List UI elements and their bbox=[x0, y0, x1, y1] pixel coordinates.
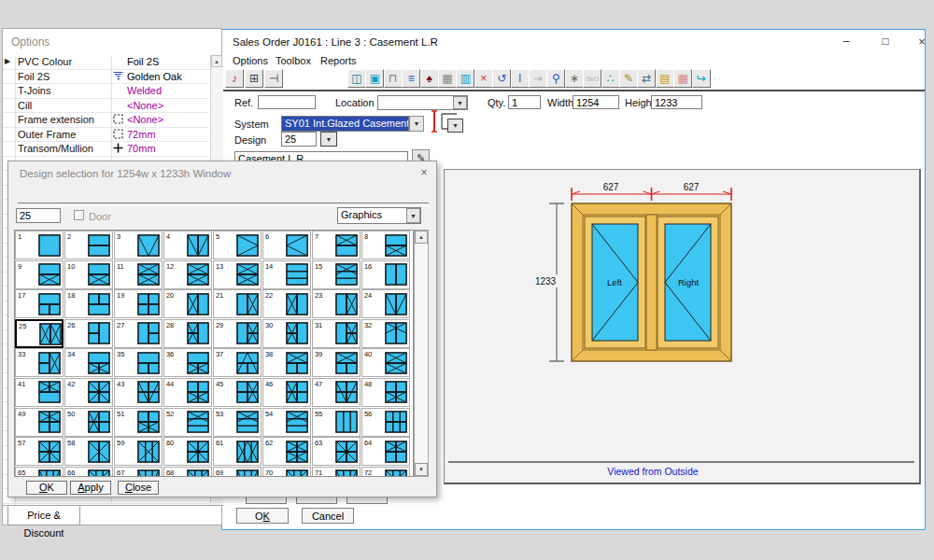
door-icon[interactable]: ⊣ bbox=[264, 69, 283, 88]
cube-icon[interactable]: ▣ bbox=[365, 69, 384, 88]
design-cell-69[interactable]: 69 bbox=[213, 467, 262, 477]
design-cell-18[interactable]: 18 bbox=[64, 289, 113, 318]
profile-dropdown-icon[interactable]: ▼ bbox=[447, 119, 463, 133]
property-row[interactable]: Foil 2SGolden Oak bbox=[3, 70, 209, 85]
design-cell-15[interactable]: 15 bbox=[312, 260, 361, 289]
view-mode-dropdown-icon[interactable]: ▼ bbox=[406, 208, 420, 223]
design-cell-16[interactable]: 16 bbox=[361, 260, 410, 289]
design-cell-8[interactable]: 8 bbox=[361, 231, 410, 259]
design-cell-7[interactable]: 7 bbox=[312, 231, 361, 259]
design-cell-29[interactable]: 29 bbox=[213, 319, 262, 348]
design-cell-31[interactable]: 31 bbox=[312, 319, 361, 348]
property-row[interactable]: Transom/Mullion70mm bbox=[3, 142, 209, 157]
design-cell-25[interactable]: 25 bbox=[15, 319, 64, 348]
dialog-close-button[interactable]: Close bbox=[118, 481, 159, 495]
property-value[interactable]: 72mm bbox=[127, 129, 156, 140]
design-cell-39[interactable]: 39 bbox=[312, 348, 361, 377]
tab-price-and-discount[interactable]: Price & Discount bbox=[7, 506, 80, 525]
design-cell-26[interactable]: 26 bbox=[64, 319, 113, 348]
design-cell-45[interactable]: 45 bbox=[213, 378, 262, 407]
window-profile-icon[interactable]: ◫ bbox=[347, 69, 366, 88]
design-cell-48[interactable]: 48 bbox=[361, 378, 410, 407]
property-value[interactable]: Welded bbox=[127, 85, 162, 96]
design-cell-71[interactable]: 71 bbox=[312, 467, 361, 477]
design-cell-13[interactable]: 13 bbox=[213, 260, 262, 289]
design-cell-27[interactable]: 27 bbox=[114, 319, 163, 348]
curve-icon[interactable]: ↪ bbox=[692, 69, 711, 88]
design-cell-24[interactable]: 24 bbox=[361, 289, 410, 318]
picture-frame-icon[interactable]: ▦ bbox=[438, 69, 457, 88]
fan-icon[interactable]: ∗ bbox=[565, 69, 584, 88]
ref-input[interactable] bbox=[258, 95, 316, 109]
design-grid-scrollbar[interactable]: ▲ ▼ bbox=[414, 230, 429, 477]
design-cell-34[interactable]: 34 bbox=[64, 348, 113, 377]
design-cell-3[interactable]: 3 bbox=[114, 231, 163, 259]
design-dropdown-icon[interactable]: ▼ bbox=[320, 132, 337, 147]
design-cell-35[interactable]: 35 bbox=[114, 348, 163, 377]
property-row[interactable]: ▶PVC ColourFoil 2S bbox=[3, 55, 209, 70]
grid-icon[interactable]: ⊞ bbox=[245, 69, 263, 88]
design-cell-59[interactable]: 59 bbox=[114, 437, 163, 466]
design-cell-2[interactable]: 2 bbox=[64, 231, 113, 259]
property-row[interactable]: Frame extension<None> bbox=[3, 113, 209, 128]
property-row[interactable]: Outer Frame72mm bbox=[3, 128, 209, 143]
design-cell-65[interactable]: 65 bbox=[15, 467, 64, 477]
close-button[interactable]: × bbox=[910, 33, 934, 50]
maximize-button[interactable]: □ bbox=[873, 33, 898, 50]
design-cell-10[interactable]: 10 bbox=[64, 260, 113, 289]
design-cell-1[interactable]: 1 bbox=[15, 231, 64, 259]
pan-icon[interactable]: ⇥ bbox=[529, 69, 547, 88]
lock-icon[interactable]: ⊓ bbox=[384, 69, 403, 88]
design-cell-38[interactable]: 38 bbox=[262, 348, 311, 377]
design-cell-53[interactable]: 53 bbox=[213, 408, 262, 437]
design-cell-40[interactable]: 40 bbox=[361, 348, 410, 377]
zoom-icon[interactable]: ⚲ bbox=[546, 69, 565, 88]
design-cell-37[interactable]: 37 bbox=[213, 348, 262, 377]
seo-icon[interactable]: SeO bbox=[583, 69, 601, 88]
design-cell-72[interactable]: 72 bbox=[361, 467, 410, 477]
design-cell-22[interactable]: 22 bbox=[262, 289, 311, 318]
system-combobox[interactable]: SY01 Int.Glazed Casement bbox=[281, 116, 409, 132]
chart-icon[interactable]: ▤ bbox=[656, 69, 674, 88]
delete-icon[interactable]: × bbox=[474, 69, 493, 88]
pen-icon[interactable]: ✎ bbox=[619, 69, 638, 88]
design-cell-60[interactable]: 60 bbox=[163, 437, 212, 466]
design-cell-11[interactable]: 11 bbox=[114, 260, 163, 289]
undo-icon[interactable]: ↺ bbox=[492, 69, 511, 88]
property-value[interactable]: Foil 2S bbox=[127, 56, 159, 67]
export-icon[interactable]: ⇄ bbox=[637, 69, 656, 88]
design-cell-30[interactable]: 30 bbox=[262, 319, 311, 348]
design-cell-57[interactable]: 57 bbox=[15, 437, 64, 466]
colour-drops-icon[interactable]: ∴ bbox=[601, 69, 620, 88]
height-input[interactable]: 1233 bbox=[651, 95, 702, 109]
dialog-close-icon[interactable]: × bbox=[416, 165, 432, 180]
property-value[interactable]: <None> bbox=[127, 114, 163, 125]
scroll-down-icon[interactable]: ▼ bbox=[415, 463, 428, 476]
qty-input[interactable]: 1 bbox=[508, 95, 541, 109]
dialog-ok-button[interactable]: OK bbox=[26, 481, 67, 495]
design-input[interactable]: 25 bbox=[281, 132, 317, 147]
design-cell-64[interactable]: 64 bbox=[361, 437, 410, 466]
property-value[interactable]: 70mm bbox=[127, 143, 156, 154]
design-cell-17[interactable]: 17 bbox=[15, 289, 64, 318]
design-cell-44[interactable]: 44 bbox=[163, 378, 212, 407]
menu-options[interactable]: Options bbox=[233, 55, 268, 66]
menu-toolbox[interactable]: Toolbox bbox=[276, 55, 311, 66]
blinds-icon[interactable]: ▥ bbox=[456, 69, 474, 88]
design-cell-41[interactable]: 41 bbox=[15, 378, 64, 407]
design-cell-33[interactable]: 33 bbox=[15, 348, 64, 377]
key-icon[interactable]: ♪ bbox=[225, 69, 244, 88]
design-cell-63[interactable]: 63 bbox=[312, 437, 361, 466]
width-input[interactable]: 1254 bbox=[573, 95, 619, 109]
design-cell-23[interactable]: 23 bbox=[312, 289, 361, 318]
dimension-icon[interactable]: I bbox=[511, 69, 530, 88]
tree-icon[interactable]: ♠ bbox=[420, 69, 439, 88]
property-row[interactable]: Cill<None> bbox=[3, 99, 209, 114]
design-cell-42[interactable]: 42 bbox=[64, 378, 113, 407]
design-cell-20[interactable]: 20 bbox=[163, 289, 212, 318]
location-dropdown-icon[interactable]: ▼ bbox=[453, 96, 467, 109]
system-dropdown-icon[interactable]: ▼ bbox=[409, 116, 424, 132]
design-cell-62[interactable]: 62 bbox=[262, 437, 311, 466]
design-cell-46[interactable]: 46 bbox=[262, 378, 311, 407]
design-cell-51[interactable]: 51 bbox=[114, 408, 163, 437]
